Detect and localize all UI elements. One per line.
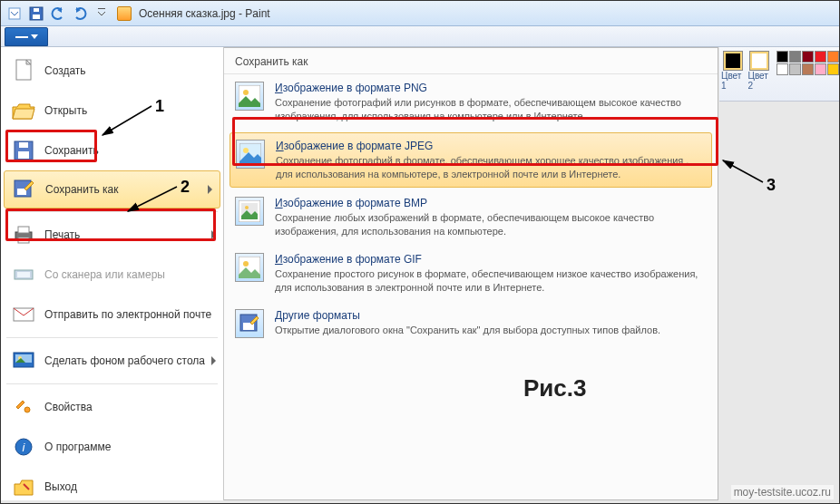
svg-point-26 — [243, 148, 249, 153]
annotation-number-1: 1 — [155, 97, 164, 116]
menu-print[interactable]: Печать — [1, 215, 223, 255]
format-title: Другие форматы — [275, 309, 660, 322]
new-icon — [12, 59, 35, 82]
menu-scanner: Со сканера или камеры — [1, 255, 223, 295]
format-desc: Открытие диалогового окна "Сохранить как… — [275, 324, 660, 337]
other-format-icon — [235, 309, 264, 338]
svg-line-36 — [723, 160, 763, 182]
file-tab[interactable] — [5, 27, 48, 46]
file-menu-left: Создать Открыть Сохранить Сохранить как … — [1, 47, 224, 500]
email-icon — [12, 303, 35, 326]
color-label: Цвет 2 — [748, 71, 772, 91]
format-title: Изображение в формате JPEG — [276, 140, 706, 152]
menu-label: Печать — [44, 228, 80, 241]
svg-point-31 — [243, 261, 249, 267]
annotation-number-3: 3 — [767, 176, 776, 195]
menu-exit[interactable]: Выход — [1, 467, 223, 504]
submenu-arrow-icon — [208, 185, 212, 194]
gif-icon — [235, 253, 264, 282]
menu-label: О программе — [44, 441, 111, 453]
properties-icon — [12, 395, 35, 419]
printer-icon — [12, 223, 35, 247]
color-label: Цвет 1 — [721, 71, 745, 91]
ribbon-tabs-row — [1, 26, 839, 47]
color1-button[interactable]: Цвет 1 — [721, 51, 745, 91]
svg-point-20 — [24, 407, 30, 412]
wallpaper-icon — [12, 349, 35, 373]
save-as-submenu: Сохранить как Изображение в формате PNG … — [224, 47, 718, 500]
qat-customize-icon[interactable] — [92, 4, 112, 24]
watermark: moy-testsite.ucoz.ru — [731, 485, 834, 499]
svg-point-24 — [243, 90, 249, 95]
png-icon — [235, 82, 264, 111]
submenu-arrow-icon — [211, 230, 216, 239]
window-title: Осенняя сказка.jpg - Paint — [139, 7, 270, 20]
format-other[interactable]: Другие форматы Открытие диалогового окна… — [224, 302, 718, 345]
exit-icon — [12, 475, 35, 499]
format-title: Изображение в формате PNG — [275, 82, 707, 94]
menu-wallpaper[interactable]: Сделать фоном рабочего стола — [1, 341, 223, 381]
svg-rect-2 — [33, 15, 40, 19]
qat-dropdown-icon[interactable] — [5, 4, 24, 24]
menu-label: Сделать фоном рабочего стола — [44, 354, 205, 367]
format-png[interactable]: Изображение в формате PNG Сохранение фот… — [224, 74, 718, 131]
file-tab-bar-icon — [15, 36, 28, 38]
title-bar: Осенняя сказка.jpg - Paint — [1, 1, 839, 26]
save-disk-icon — [12, 139, 35, 162]
menu-label: Выход — [44, 480, 77, 493]
submenu-arrow-icon — [211, 356, 216, 365]
color-palette[interactable] — [777, 47, 839, 101]
open-icon — [12, 99, 35, 122]
svg-point-29 — [245, 206, 249, 209]
save-icon[interactable] — [26, 4, 46, 24]
quick-access-toolbar — [5, 4, 112, 24]
menu-about[interactable]: i О программе — [1, 427, 223, 467]
color2-button[interactable]: Цвет 2 — [748, 51, 772, 91]
undo-icon[interactable] — [48, 4, 68, 24]
menu-label: Сохранить — [44, 144, 99, 157]
divider — [6, 337, 218, 338]
menu-properties[interactable]: Свойства — [1, 387, 223, 427]
format-desc: Сохранение любых изображений в формате, … — [275, 211, 707, 238]
svg-rect-15 — [17, 272, 30, 277]
file-backstage: Создать Открыть Сохранить Сохранить как … — [1, 47, 718, 500]
divider — [6, 211, 218, 212]
redo-icon[interactable] — [70, 4, 90, 24]
svg-rect-4 — [98, 8, 105, 9]
info-icon: i — [12, 435, 35, 459]
scanner-icon — [12, 263, 35, 286]
format-bmp[interactable]: Изображение в формате BMP Сохранение люб… — [224, 189, 718, 246]
format-jpeg[interactable]: Изображение в формате JPEG Сохранение фо… — [230, 132, 712, 189]
annotation-number-2: 2 — [181, 178, 190, 197]
menu-open[interactable]: Открыть — [1, 91, 223, 131]
menu-label: Сохранить как — [45, 183, 118, 196]
color-swatch-icon — [749, 51, 769, 71]
divider — [6, 383, 218, 384]
format-title: Изображение в формате BMP — [275, 197, 707, 209]
svg-rect-13 — [18, 237, 29, 243]
ribbon-colors-group: Цвет 1 Цвет 2 — [719, 47, 839, 102]
menu-label: Создать — [44, 64, 86, 77]
jpeg-icon — [236, 140, 265, 169]
file-tab-arrow-icon — [31, 34, 38, 39]
format-desc: Сохранение фотографий в формате, обеспеч… — [276, 154, 706, 181]
format-title: Изображение в формате GIF — [275, 253, 707, 266]
svg-rect-7 — [18, 151, 29, 159]
format-gif[interactable]: Изображение в формате GIF Сохранение про… — [224, 246, 718, 302]
svg-rect-12 — [18, 227, 29, 233]
color-swatch-icon — [723, 51, 743, 71]
menu-label: Со сканера или камеры — [44, 268, 165, 281]
bmp-icon — [235, 197, 264, 226]
menu-save[interactable]: Сохранить — [1, 131, 223, 170]
menu-label: Отправить по электронной почте — [44, 308, 211, 321]
document-icon — [117, 6, 132, 21]
menu-label: Свойства — [44, 401, 93, 413]
svg-rect-0 — [9, 8, 20, 19]
format-desc: Сохранение простого рисунок в формате, о… — [275, 267, 707, 295]
save-as-icon — [13, 178, 36, 201]
figure-caption: Рис.3 — [523, 374, 586, 402]
menu-new[interactable]: Создать — [1, 51, 223, 91]
menu-label: Открыть — [44, 104, 87, 117]
format-desc: Сохранение фотографий или рисунков в фор… — [275, 96, 707, 123]
menu-email[interactable]: Отправить по электронной почте — [1, 295, 223, 334]
